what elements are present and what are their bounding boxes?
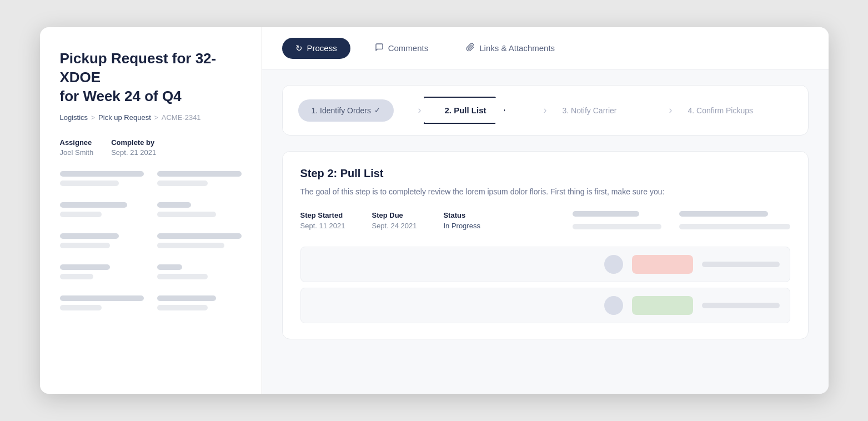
step-1[interactable]: 1. Identify Orders ✓ [298,99,416,122]
skeleton-bar [157,171,242,177]
skeleton-bar [60,243,111,248]
step-status-value: In Progress [443,222,480,230]
app-container: Pickup Request for 32-XDOE for Week 24 o… [40,27,829,394]
step-due-label: Step Due [372,211,417,219]
skeleton-bar [157,305,208,310]
tab-comments[interactable]: Comments [362,37,442,59]
skeleton-bar [60,202,127,208]
skeleton-bar [157,233,242,239]
skeleton-bar [60,295,144,301]
step-3-pill[interactable]: 3. Notify Carrier [549,99,630,122]
skeleton-bar [60,305,102,310]
step-started-block: Step Started Sept. 11 2021 [300,211,345,233]
step-content-description: The goal of this step is to completely r… [300,186,790,198]
step-status-label: Status [443,211,480,219]
meta-skeleton-2 [679,211,790,233]
row-skeleton [702,303,780,308]
tab-comments-label: Comments [388,43,429,53]
step-due-block: Step Due Sept. 24 2021 [372,211,417,233]
table-rows [300,247,790,323]
skeleton-bar [157,243,224,248]
content-area: 1. Identify Orders ✓ › 2. Pull List › 3.… [262,69,829,394]
tab-process[interactable]: ↻ Process [282,38,350,59]
page-title: Pickup Request for 32-XDOE for Week 24 o… [60,49,242,106]
step-arrow-3: › [669,104,673,116]
left-panel: Pickup Request for 32-XDOE for Week 24 o… [40,27,262,394]
skeleton-bar [60,274,94,279]
step-status-block: Status In Progress [443,211,480,233]
skeleton-group-4 [60,264,242,283]
skeleton-bar [60,212,102,217]
step-4[interactable]: 4. Confirm Pickups [675,99,792,122]
tab-links-label: Links & Attachments [479,43,555,53]
row-badge-red [632,255,693,274]
assignee-value: Joel Smith [60,148,94,157]
step-arrow-2: › [544,104,547,116]
breadcrumb-logistics[interactable]: Logistics [60,113,88,122]
skeleton-bar [60,181,119,186]
skeleton-bar [157,264,182,270]
skeleton-bar [60,233,119,239]
step-4-pill[interactable]: 4. Confirm Pickups [675,99,766,122]
step-2-pill[interactable]: 2. Pull List [424,97,505,124]
skeleton-bar [157,202,191,208]
step-4-label: 4. Confirm Pickups [688,106,753,115]
table-row[interactable] [300,247,790,282]
step-started-label: Step Started [300,211,345,219]
steps-container: 1. Identify Orders ✓ › 2. Pull List › 3.… [282,85,809,136]
skeleton-bar [679,211,768,217]
row-skeleton [702,262,780,267]
assignee-block: Assignee Joel Smith [60,138,94,157]
skeleton-group-1 [60,171,242,190]
step-due-value: Sept. 24 2021 [372,222,417,230]
step-1-checkmark: ✓ [374,106,380,114]
step-2[interactable]: 2. Pull List [424,97,541,124]
step-started-value: Sept. 11 2021 [300,222,345,230]
row-text-placeholder [311,301,595,310]
skeleton-bar [573,224,661,229]
breadcrumb-pickup[interactable]: Pick up Request [98,113,151,122]
comments-icon [375,43,384,53]
links-icon [466,43,475,53]
tab-process-label: Process [307,43,337,53]
row-text-placeholder [311,260,595,269]
right-panel: ↻ Process Comments Links & Attachments [262,27,829,394]
step-3-label: 3. Notify Carrier [563,106,617,115]
complete-by-block: Complete by Sept. 21 2021 [111,138,156,157]
row-badge-green [632,296,693,315]
skeleton-bar [157,181,208,186]
skeleton-bar [157,212,216,217]
step-meta: Step Started Sept. 11 2021 Step Due Sept… [300,211,790,233]
step-3[interactable]: 3. Notify Carrier [549,99,667,122]
table-row[interactable] [300,288,790,323]
skeleton-bar [573,211,639,217]
row-avatar [604,296,623,315]
step-1-pill[interactable]: 1. Identify Orders ✓ [298,99,394,122]
step-arrow-1: › [418,104,422,116]
skeleton-group-3 [60,233,242,252]
skeleton-group-5 [60,295,242,314]
skeleton-group-2 [60,202,242,221]
skeleton-bar [60,264,111,270]
meta-right-skeletons [573,211,790,233]
skeleton-bar [679,224,790,229]
complete-by-value: Sept. 21 2021 [111,148,156,157]
step-2-label: 2. Pull List [445,106,486,115]
meta-row: Assignee Joel Smith Complete by Sept. 21… [60,138,242,157]
skeleton-bar [60,171,144,177]
meta-skeleton-1 [573,211,661,233]
step-1-label: 1. Identify Orders [312,106,371,115]
top-bar: ↻ Process Comments Links & Attachments [262,27,829,69]
breadcrumb-id: ACME-2341 [162,113,201,122]
skeleton-bar [157,274,208,279]
process-icon: ↻ [295,43,303,53]
row-avatar [604,255,623,274]
breadcrumb-sep-2: > [154,114,158,122]
complete-by-label: Complete by [111,138,156,147]
step-content: Step 2: Pull List The goal of this step … [282,151,809,339]
assignee-label: Assignee [60,138,94,147]
breadcrumb-sep-1: > [91,114,95,122]
tab-links[interactable]: Links & Attachments [453,37,568,59]
step-content-title: Step 2: Pull List [300,167,790,180]
breadcrumb: Logistics > Pick up Request > ACME-2341 [60,113,242,122]
